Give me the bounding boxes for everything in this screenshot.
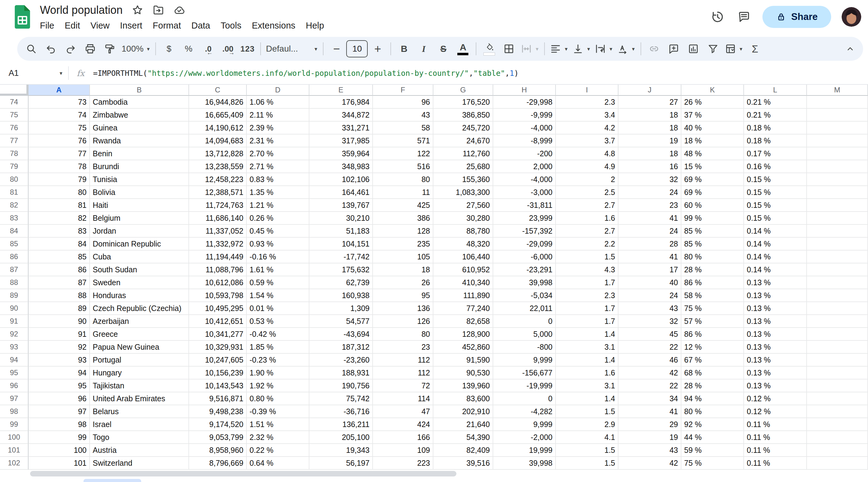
print-icon[interactable] (81, 40, 100, 57)
cell-K92[interactable]: 86 % (681, 328, 744, 341)
cell-G80[interactable]: 155,360 (433, 173, 493, 186)
cell-C99[interactable]: 9,174,520 (189, 418, 247, 431)
row-header-83[interactable]: 83 (0, 212, 29, 225)
cell-J99[interactable]: 29 (618, 418, 681, 431)
cell-B96[interactable]: Tajikistan (90, 380, 189, 392)
cell-I90[interactable]: 1.7 (556, 302, 618, 315)
cell-I92[interactable]: 1.4 (556, 328, 618, 341)
cell-F83[interactable]: 386 (373, 212, 433, 225)
cell-I91[interactable]: 1.7 (556, 315, 618, 328)
cell-L77[interactable]: 0.18 % (744, 134, 807, 147)
cell-D94[interactable]: -0.23 % (247, 354, 309, 367)
cell-M86[interactable] (807, 250, 868, 263)
cell-J87[interactable]: 17 (618, 263, 681, 276)
cell-H82[interactable]: -31,811 (493, 199, 556, 212)
cell-E91[interactable]: 54,577 (309, 315, 373, 328)
menu-data[interactable]: Data (187, 19, 215, 32)
cell-M89[interactable] (807, 289, 868, 302)
row-header-76[interactable]: 76 (0, 122, 29, 134)
cell-H102[interactable]: 39,998 (493, 457, 556, 470)
cell-M101[interactable] (807, 444, 868, 457)
cell-L101[interactable]: 0.11 % (744, 444, 807, 457)
cell-M99[interactable] (807, 418, 868, 431)
row-header-92[interactable]: 92 (0, 328, 29, 341)
cell-E77[interactable]: 317,985 (309, 134, 373, 147)
menu-help[interactable]: Help (301, 19, 329, 32)
column-header-L[interactable]: L (744, 85, 807, 96)
cell-D74[interactable]: 1.06 % (247, 96, 309, 109)
row-header-102[interactable]: 102 (0, 457, 29, 470)
row-header-90[interactable]: 90 (0, 302, 29, 315)
cell-J97[interactable]: 34 (618, 392, 681, 405)
comments-icon[interactable] (736, 9, 752, 25)
cell-L90[interactable]: 0.13 % (744, 302, 807, 315)
cell-A74[interactable]: 73 (29, 96, 90, 109)
cell-C82[interactable]: 11,724,763 (189, 199, 247, 212)
row-header-98[interactable]: 98 (0, 405, 29, 418)
cell-D96[interactable]: 1.92 % (247, 380, 309, 392)
cell-I87[interactable]: 4.3 (556, 263, 618, 276)
sheets-logo-icon[interactable] (13, 5, 31, 29)
format-currency-button[interactable]: $ (159, 40, 179, 57)
cell-J77[interactable]: 19 (618, 134, 681, 147)
cell-E101[interactable]: 19,343 (309, 444, 373, 457)
column-header-J[interactable]: J (618, 85, 681, 96)
cell-E90[interactable]: 1,309 (309, 302, 373, 315)
cell-J101[interactable]: 43 (618, 444, 681, 457)
cell-B75[interactable]: Zimbabwe (90, 109, 189, 122)
row-header-84[interactable]: 84 (0, 225, 29, 238)
cell-E81[interactable]: 164,461 (309, 186, 373, 199)
cell-E100[interactable]: 205,100 (309, 431, 373, 444)
cell-F74[interactable]: 96 (373, 96, 433, 109)
cell-L84[interactable]: 0.14 % (744, 225, 807, 238)
cell-F99[interactable]: 424 (373, 418, 433, 431)
cell-H86[interactable]: -6,000 (493, 250, 556, 263)
table-views-icon[interactable]: ▼ (723, 40, 745, 57)
cell-D77[interactable]: 2.31 % (247, 134, 309, 147)
cell-L76[interactable]: 0.18 % (744, 122, 807, 134)
cell-D102[interactable]: 0.64 % (247, 457, 309, 470)
horizontal-scrollbar[interactable] (29, 470, 868, 477)
cell-E76[interactable]: 331,271 (309, 122, 373, 134)
cell-H101[interactable]: 19,999 (493, 444, 556, 457)
cell-I99[interactable]: 2.9 (556, 418, 618, 431)
cell-G85[interactable]: 48,320 (433, 238, 493, 250)
cell-E93[interactable]: 187,312 (309, 341, 373, 354)
row-header-77[interactable]: 77 (0, 134, 29, 147)
cell-D97[interactable]: 0.80 % (247, 392, 309, 405)
cell-C79[interactable]: 13,238,559 (189, 160, 247, 173)
cell-E88[interactable]: 62,739 (309, 276, 373, 289)
cell-A88[interactable]: 87 (29, 276, 90, 289)
cell-I93[interactable]: 3.1 (556, 341, 618, 354)
cell-G77[interactable]: 24,670 (433, 134, 493, 147)
cell-I76[interactable]: 4.2 (556, 122, 618, 134)
horizontal-scrollbar-thumb[interactable] (30, 471, 456, 477)
cell-E99[interactable]: 136,211 (309, 418, 373, 431)
cell-H89[interactable]: -5,034 (493, 289, 556, 302)
cell-J76[interactable]: 18 (618, 122, 681, 134)
cell-I78[interactable]: 4.8 (556, 147, 618, 160)
cell-I82[interactable]: 2.7 (556, 199, 618, 212)
cell-D80[interactable]: 0.83 % (247, 173, 309, 186)
cell-A76[interactable]: 75 (29, 122, 90, 134)
cell-A77[interactable]: 76 (29, 134, 90, 147)
cell-E97[interactable]: 75,742 (309, 392, 373, 405)
cell-A102[interactable]: 101 (29, 457, 90, 470)
cell-H80[interactable]: -4,000 (493, 173, 556, 186)
cell-H92[interactable]: 5,000 (493, 328, 556, 341)
cell-H100[interactable]: -2,000 (493, 431, 556, 444)
cell-I83[interactable]: 1.6 (556, 212, 618, 225)
font-size-input[interactable]: 10 (346, 40, 368, 57)
cell-C80[interactable]: 12,458,223 (189, 173, 247, 186)
row-header-79[interactable]: 79 (0, 160, 29, 173)
cell-J78[interactable]: 18 (618, 147, 681, 160)
cell-G99[interactable]: 21,640 (433, 418, 493, 431)
row-header-78[interactable]: 78 (0, 147, 29, 160)
cell-H78[interactable]: -200 (493, 147, 556, 160)
cell-L98[interactable]: 0.12 % (744, 405, 807, 418)
cell-F90[interactable]: 136 (373, 302, 433, 315)
cell-L80[interactable]: 0.15 % (744, 173, 807, 186)
cell-G92[interactable]: 128,900 (433, 328, 493, 341)
cell-C77[interactable]: 14,094,683 (189, 134, 247, 147)
cell-A89[interactable]: 88 (29, 289, 90, 302)
